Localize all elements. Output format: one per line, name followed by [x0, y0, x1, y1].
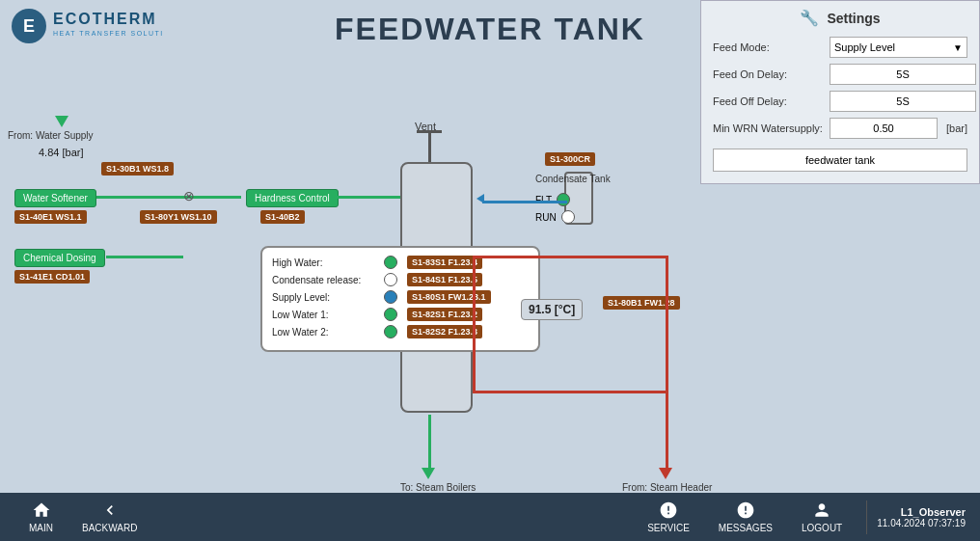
water-softener-box[interactable]: Water Softener — [14, 189, 96, 207]
tag-s1-82s2: S1-82S2 F1.23.3 — [407, 325, 482, 338]
pipe-softener-hardness — [96, 196, 241, 199]
from-water-supply-label: From: Water Supply — [8, 130, 94, 141]
to-steam-boilers-label: To: Steam Boilers — [400, 482, 476, 493]
page-title: FEEDWATER TANK — [335, 12, 645, 47]
svg-text:ECOTHERM: ECOTHERM — [53, 11, 157, 27]
condensate-tank-label: Condensate Tank — [535, 174, 611, 184]
temperature-badge: 91.5 [°C] — [521, 299, 583, 320]
service-button[interactable]: SERVICE — [633, 500, 704, 533]
run-indicator — [561, 210, 575, 224]
arrow-steam-boilers — [422, 468, 435, 479]
low-water-1-row: Low Water 1: S1-82S1 F1.23.2 — [272, 308, 529, 321]
pipe-green-down — [428, 415, 431, 473]
condensate-release-row: Condensate release: S1-84S1 F1.23.5 — [272, 273, 529, 286]
chemical-dosing-box[interactable]: Chemical Dosing — [14, 249, 105, 267]
logout-button[interactable]: LOGOUT — [787, 500, 857, 533]
tag-s1-80s1: S1-80S1 FW1.23.1 — [407, 290, 491, 304]
pipe-red-bottom — [473, 391, 666, 393]
tag-s1-82s1: S1-82S1 F1.23.2 — [407, 308, 482, 321]
supply-level-row: Supply Level: S1-80S1 FW1.23.1 — [272, 290, 529, 304]
wrench-icon: 🔧 — [800, 9, 819, 27]
pipe-blue-arrow — [476, 194, 484, 203]
vent-top — [417, 130, 442, 133]
pressure-label: 4.84 [bar] — [39, 147, 83, 158]
tag-s1-40b2: S1-40B2 — [260, 210, 305, 224]
feed-mode-row: Feed Mode: Supply Level ▼ — [713, 37, 967, 58]
pipe-chemical — [106, 256, 183, 258]
pipe-red-right — [666, 256, 668, 468]
pipe-condensate-blue — [482, 201, 567, 203]
logout-icon — [812, 500, 831, 520]
backward-icon — [100, 500, 120, 520]
diagram: From: Water Supply 4.84 [bar] S1-30B1 WS… — [0, 58, 980, 493]
svg-text:E: E — [23, 16, 35, 36]
condensate-release-dot — [384, 273, 397, 286]
valve-symbol: ⊗ — [183, 188, 195, 203]
main-button[interactable]: MAIN — [14, 500, 68, 533]
supply-level-dot — [384, 290, 397, 304]
tag-s1-83s1: S1-83S1 F1.23.4 — [407, 256, 482, 269]
low-water-2-row: Low Water 2: S1-82S2 F1.23.3 — [272, 325, 529, 338]
pipe-red-tank-connect — [473, 256, 476, 393]
tag-s1-300cr: S1-300CR — [545, 152, 595, 166]
footer: MAIN BACKWARD SERVICE MESSAGES LOGOUT L1… — [0, 493, 980, 541]
flt-row: FLT — [535, 193, 570, 206]
svg-text:HEAT TRANSFER SOLUTIONS: HEAT TRANSFER SOLUTIONS — [53, 30, 164, 37]
from-steam-header-label: From: Steam Header — [622, 482, 712, 493]
settings-header: 🔧 Settings — [713, 9, 967, 27]
flt-indicator — [557, 193, 570, 206]
tag-s1-40e1: S1-40E1 WS1.1 — [14, 210, 87, 224]
feed-mode-select[interactable]: Supply Level ▼ — [830, 37, 967, 58]
tag-s1-80y1: S1-80Y1 WS1.10 — [140, 210, 217, 224]
high-water-dot — [384, 256, 397, 269]
tank-info-panel: High Water: S1-83S1 F1.23.4 Condensate r… — [260, 246, 540, 352]
run-label: RUN — [535, 212, 557, 223]
arrow-steam-header — [659, 468, 672, 479]
service-icon — [659, 500, 678, 520]
water-supply-arrow — [55, 116, 68, 127]
backward-button[interactable]: BACKWARD — [68, 500, 151, 533]
low-water-1-dot — [384, 308, 397, 321]
vent-pipe — [428, 133, 431, 162]
low-water-2-dot — [384, 325, 397, 338]
footer-user: L1_Observer 11.04.2024 07:37:19 — [877, 506, 966, 528]
footer-divider — [866, 500, 867, 534]
pipe-red-top — [473, 256, 666, 258]
hardness-control-box[interactable]: Hardness Control — [246, 189, 339, 207]
tag-s1-30b1: S1-30B1 WS1.8 — [101, 162, 174, 176]
messages-button[interactable]: MESSAGES — [704, 500, 787, 533]
messages-icon — [736, 500, 755, 520]
tag-s1-41e1: S1-41E1 CD1.01 — [14, 270, 90, 284]
home-icon — [32, 500, 51, 520]
logo: E ECOTHERM HEAT TRANSFER SOLUTIONS — [10, 5, 164, 48]
run-row: RUN — [535, 210, 575, 224]
chevron-down-icon: ▼ — [953, 42, 963, 53]
tag-s1-84s1: S1-84S1 F1.23.5 — [407, 273, 482, 286]
